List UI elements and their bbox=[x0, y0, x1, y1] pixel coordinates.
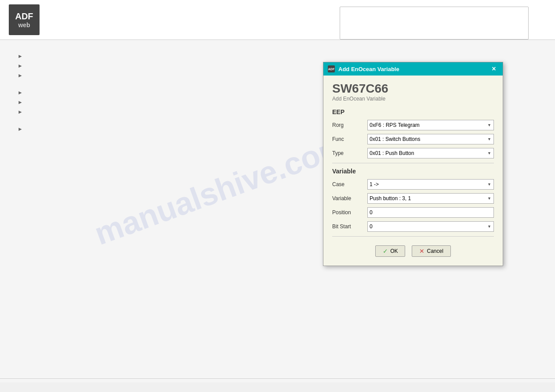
cancel-button[interactable]: ✕ Cancel bbox=[412, 245, 450, 257]
bullet-arrow-icon: ► bbox=[18, 90, 23, 96]
dialog-titlebar: ADF Add EnOcean Variable × bbox=[323, 62, 503, 76]
list-item: ► bbox=[18, 126, 299, 132]
bullet-group-2: ► ► ► bbox=[18, 90, 299, 115]
list-item: ► bbox=[18, 109, 299, 115]
func-select[interactable]: 0x01 : Switch Buttons bbox=[367, 134, 494, 144]
dialog-icon: ADF bbox=[328, 65, 335, 72]
product-subtitle: Add EnOcean Variable bbox=[332, 96, 494, 102]
eep-section-label: EEP bbox=[332, 108, 494, 115]
variable-select-wrapper[interactable]: Push button : 3, 1 bbox=[367, 193, 494, 204]
case-select[interactable]: 1 -> bbox=[367, 179, 494, 190]
product-name: SW67C66 bbox=[332, 82, 494, 96]
position-label: Position bbox=[332, 209, 367, 216]
ok-label: OK bbox=[390, 248, 398, 254]
bullet-group-3: ► bbox=[18, 126, 299, 132]
header-info-box bbox=[340, 7, 529, 40]
rorg-select[interactable]: 0xF6 : RPS Telegram bbox=[367, 120, 494, 130]
dialog-overlay: ADF Add EnOcean Variable × SW67C66 Add E… bbox=[323, 62, 503, 266]
bullet-arrow-icon: ► bbox=[18, 99, 23, 105]
logo-web-text: web bbox=[18, 22, 30, 29]
position-row: Position bbox=[332, 207, 494, 218]
variable-section-label: Variable bbox=[332, 168, 494, 175]
logo-adf-text: ADF bbox=[15, 11, 33, 22]
bullet-arrow-icon: ► bbox=[18, 72, 23, 79]
dialog-icon-text: ADF bbox=[328, 68, 334, 71]
list-item: ► bbox=[18, 72, 299, 79]
rorg-label: Rorg bbox=[332, 122, 367, 128]
bullet-arrow-icon: ► bbox=[18, 63, 23, 69]
rorg-select-wrapper[interactable]: 0xF6 : RPS Telegram bbox=[367, 120, 494, 130]
footer-line bbox=[0, 378, 555, 379]
header: ADF web bbox=[0, 0, 555, 40]
dialog-body: SW67C66 Add EnOcean Variable EEP Rorg 0x… bbox=[323, 76, 503, 266]
position-input[interactable] bbox=[367, 207, 494, 218]
cancel-icon: ✕ bbox=[419, 248, 424, 255]
variable-label: Variable bbox=[332, 195, 367, 201]
bullet-arrow-icon: ► bbox=[18, 109, 23, 115]
add-enocean-variable-dialog: ADF Add EnOcean Variable × SW67C66 Add E… bbox=[323, 62, 503, 266]
divider-2 bbox=[332, 236, 494, 237]
variable-select[interactable]: Push button : 3, 1 bbox=[367, 193, 494, 204]
bullet-group-1: ► ► ► bbox=[18, 53, 299, 79]
type-label: Type bbox=[332, 150, 367, 156]
list-item: ► bbox=[18, 90, 299, 96]
dialog-buttons: ✓ OK ✕ Cancel bbox=[332, 241, 494, 259]
case-row: Case 1 -> bbox=[332, 179, 494, 190]
dialog-close-button[interactable]: × bbox=[490, 65, 498, 73]
list-item: ► bbox=[18, 99, 299, 105]
type-select-wrapper[interactable]: 0x01 : Push Button bbox=[367, 148, 494, 158]
case-label: Case bbox=[332, 181, 367, 187]
func-select-wrapper[interactable]: 0x01 : Switch Buttons bbox=[367, 134, 494, 144]
divider bbox=[332, 163, 494, 163]
left-panel: ► ► ► ► ► ► ► bbox=[9, 49, 308, 374]
variable-row: Variable Push button : 3, 1 bbox=[332, 193, 494, 204]
main-content: ► ► ► ► ► ► ► manual bbox=[0, 40, 555, 382]
type-row: Type 0x01 : Push Button bbox=[332, 148, 494, 158]
bit-start-select-wrapper[interactable]: 0 bbox=[367, 221, 494, 232]
dialog-title: Add EnOcean Variable bbox=[338, 66, 490, 72]
bullet-arrow-icon: ► bbox=[18, 126, 23, 132]
list-item: ► bbox=[18, 63, 299, 69]
bullet-arrow-icon: ► bbox=[18, 53, 23, 59]
bit-start-label: Bit Start bbox=[332, 223, 367, 230]
logo: ADF web bbox=[9, 4, 40, 35]
rorg-row: Rorg 0xF6 : RPS Telegram bbox=[332, 120, 494, 130]
func-label: Func bbox=[332, 136, 367, 142]
bit-start-row: Bit Start 0 bbox=[332, 221, 494, 232]
ok-button[interactable]: ✓ OK bbox=[375, 245, 405, 257]
list-item: ► bbox=[18, 53, 299, 59]
bit-start-select[interactable]: 0 bbox=[367, 221, 494, 232]
cancel-label: Cancel bbox=[427, 248, 443, 254]
type-select[interactable]: 0x01 : Push Button bbox=[367, 148, 494, 158]
case-select-wrapper[interactable]: 1 -> bbox=[367, 179, 494, 190]
ok-icon: ✓ bbox=[383, 248, 388, 255]
func-row: Func 0x01 : Switch Buttons bbox=[332, 134, 494, 144]
